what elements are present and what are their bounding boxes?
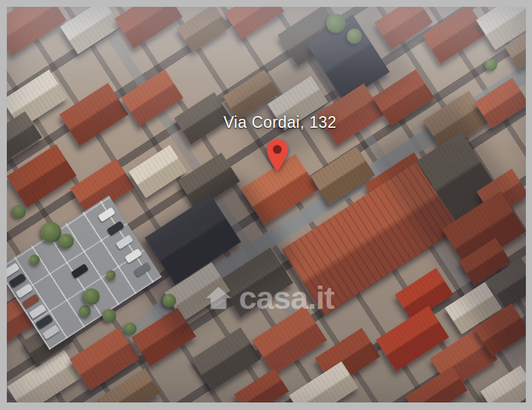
red-map-pin-icon [265,138,290,172]
tree [102,309,116,323]
parked-car [133,262,151,277]
city-scene [7,7,526,402]
parked-car [71,264,89,279]
tree [12,205,26,219]
address-label: Via Cordai, 132 [171,113,389,132]
palm-tree [104,269,117,282]
parked-car [115,234,133,249]
tree [124,323,137,335]
tree [485,59,497,71]
tree [163,294,176,308]
aerial-photo: casa.it Via Cordai, 132 [7,7,526,402]
parked-car [42,325,60,340]
pin-inner-dot [273,145,282,154]
tree [326,14,346,33]
tree [347,29,362,44]
parked-car [98,207,115,222]
pin-body [267,139,288,171]
parked-car [107,221,124,236]
palm-tree [77,303,94,319]
tree [83,288,100,305]
parked-car [124,248,142,263]
tree [59,234,74,249]
palm-tree [27,253,42,267]
